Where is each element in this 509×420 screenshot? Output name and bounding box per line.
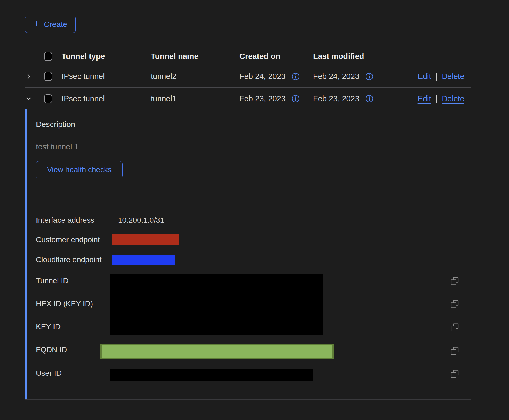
- header-tunnel-type: Tunnel type: [62, 52, 151, 61]
- last-modified-cell: Feb 23, 2023: [313, 94, 359, 103]
- header-last-modified: Last modified: [313, 52, 413, 61]
- edit-link[interactable]: Edit: [418, 72, 431, 81]
- info-icon[interactable]: [365, 72, 373, 81]
- copy-icon[interactable]: [450, 346, 459, 355]
- tunnel-name-cell: tunnel1: [151, 94, 239, 103]
- tunnels-page: + Create Tunnel type Tunnel name Created…: [0, 0, 509, 420]
- copy-icon[interactable]: [450, 323, 459, 332]
- row-checkbox[interactable]: [44, 94, 52, 103]
- copy-icon[interactable]: [450, 276, 459, 286]
- view-health-checks-label: View health checks: [47, 165, 112, 174]
- fqdn-id-redacted-fill: [102, 345, 332, 358]
- interface-address-value: 10.200.1.0/31: [118, 216, 164, 225]
- panel-divider: [36, 197, 461, 197]
- row-checkbox[interactable]: [44, 72, 52, 81]
- field-label-user-id: User ID: [36, 369, 62, 378]
- info-icon[interactable]: [292, 95, 300, 103]
- description-value: test tunnel 1: [36, 142, 79, 151]
- create-button[interactable]: + Create: [25, 16, 76, 33]
- tunnel-type-cell: IPsec tunnel: [62, 94, 151, 103]
- select-all-checkbox[interactable]: [44, 52, 52, 61]
- copy-icon[interactable]: [450, 369, 459, 378]
- field-label-cloudflare-endpoint: Cloudflare endpoint: [36, 255, 102, 264]
- created-on-cell: Feb 24, 2023: [239, 72, 286, 81]
- collapse-row-chevron-down-icon[interactable]: [25, 95, 32, 102]
- delete-link[interactable]: Delete: [442, 72, 464, 81]
- expanded-row-accent-bar: [25, 109, 27, 399]
- info-icon[interactable]: [292, 72, 300, 81]
- description-label: Description: [36, 120, 75, 129]
- cloudflare-endpoint-redacted-value: [112, 255, 175, 265]
- panel-bottom-divider: [25, 399, 471, 400]
- fqdn-id-redacted-value: [100, 344, 334, 359]
- header-tunnel-name: Tunnel name: [151, 52, 239, 61]
- customer-endpoint-redacted-value: [112, 234, 179, 245]
- tunnel-type-cell: IPsec tunnel: [62, 72, 151, 81]
- view-health-checks-button[interactable]: View health checks: [36, 161, 123, 178]
- header-created-on: Created on: [239, 52, 313, 61]
- field-label-tunnel-id: Tunnel ID: [36, 276, 68, 285]
- field-label-hex-id: HEX ID (KEY ID): [36, 299, 93, 308]
- info-icon[interactable]: [365, 95, 373, 103]
- action-separator: |: [436, 94, 438, 103]
- field-label-key-id: KEY ID: [36, 322, 61, 331]
- table-header-row: Tunnel type Tunnel name Created on Last …: [25, 48, 471, 65]
- copy-icon[interactable]: [450, 299, 459, 309]
- create-button-label: Create: [44, 20, 67, 29]
- user-id-redacted-value: [110, 369, 313, 381]
- table-row: IPsec tunnel tunnel2 Feb 24, 2023 Feb 24…: [25, 65, 471, 88]
- last-modified-cell: Feb 24, 2023: [313, 72, 359, 81]
- edit-link[interactable]: Edit: [418, 94, 431, 103]
- action-separator: |: [436, 72, 438, 81]
- tunnel-name-cell: tunnel2: [151, 72, 239, 81]
- field-label-fqdn-id: FQDN ID: [36, 345, 67, 354]
- tunnel-hex-key-id-redacted-value: [110, 274, 323, 335]
- expand-row-chevron-right-icon[interactable]: [25, 73, 32, 80]
- table-row: IPsec tunnel tunnel1 Feb 23, 2023 Feb 23…: [25, 88, 471, 109]
- created-on-cell: Feb 23, 2023: [239, 94, 286, 103]
- field-label-customer-endpoint: Customer endpoint: [36, 235, 100, 244]
- delete-link[interactable]: Delete: [442, 94, 464, 103]
- field-label-interface-address: Interface address: [36, 216, 94, 225]
